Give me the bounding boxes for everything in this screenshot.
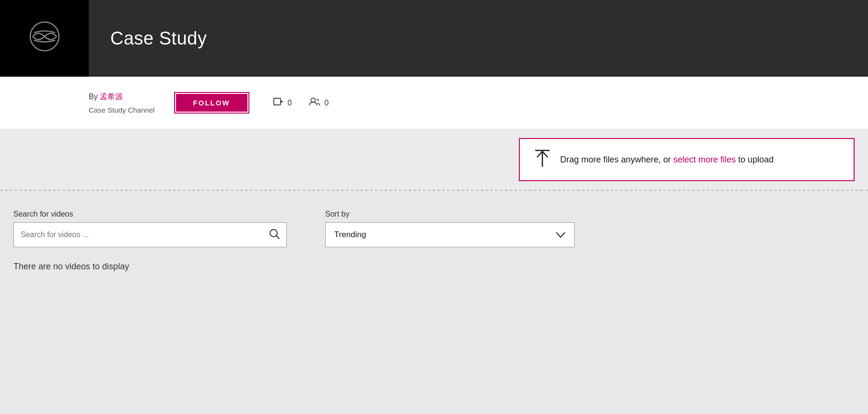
- search-input-wrapper[interactable]: [13, 222, 287, 247]
- svg-point-6: [270, 230, 277, 237]
- stats-group: 0 0: [273, 97, 329, 108]
- header-banner: Case Study: [0, 0, 868, 77]
- to-upload-text: to upload: [736, 155, 774, 164]
- follow-button[interactable]: FOLLOW: [176, 94, 247, 112]
- drag-text: Drag more files anywhere, or: [560, 155, 673, 164]
- follower-stat: 0: [309, 97, 328, 108]
- search-label: Search for videos: [13, 210, 287, 218]
- video-stat: 0: [273, 98, 292, 108]
- sort-group: Sort by Trending: [325, 210, 575, 247]
- svg-marker-2: [281, 100, 283, 103]
- profile-info: By 孟希源 Case Study Channel: [89, 92, 155, 114]
- follower-count: 0: [324, 99, 328, 107]
- upload-box[interactable]: Drag more files anywhere, or select more…: [519, 138, 855, 181]
- channel-title: Case Study: [110, 28, 207, 49]
- upload-section: Drag more files anywhere, or select more…: [0, 129, 868, 191]
- chevron-down-icon: [556, 230, 565, 240]
- search-sort-row: Search for videos Sort by Trending: [13, 210, 855, 247]
- by-label: By: [89, 92, 98, 101]
- upload-text: Drag more files anywhere, or select more…: [560, 155, 774, 165]
- select-files-link[interactable]: select more files: [673, 155, 736, 164]
- sort-select-wrapper[interactable]: Trending: [325, 222, 575, 247]
- followers-icon: [309, 97, 320, 108]
- video-icon: [273, 98, 284, 108]
- logo-icon: [28, 20, 61, 57]
- profile-section: By 孟希源 Case Study Channel FOLLOW 0: [0, 77, 868, 129]
- search-icon[interactable]: [269, 229, 280, 242]
- content-section: Search for videos Sort by Trending: [0, 191, 868, 291]
- sort-label: Sort by: [325, 210, 575, 218]
- author-name[interactable]: 孟希源: [100, 92, 123, 101]
- author-line: By 孟希源: [89, 92, 155, 102]
- svg-line-7: [277, 236, 280, 239]
- svg-rect-1: [274, 98, 281, 105]
- video-count: 0: [288, 99, 292, 107]
- no-videos-message: There are no videos to display: [13, 262, 855, 272]
- upload-icon: [533, 150, 551, 170]
- channel-logo: [0, 0, 89, 77]
- follow-button-wrapper[interactable]: FOLLOW: [174, 92, 249, 114]
- search-input[interactable]: [21, 230, 269, 239]
- search-group: Search for videos: [13, 210, 287, 247]
- sort-selected-value: Trending: [334, 230, 556, 240]
- channel-name-label: Case Study Channel: [89, 106, 155, 114]
